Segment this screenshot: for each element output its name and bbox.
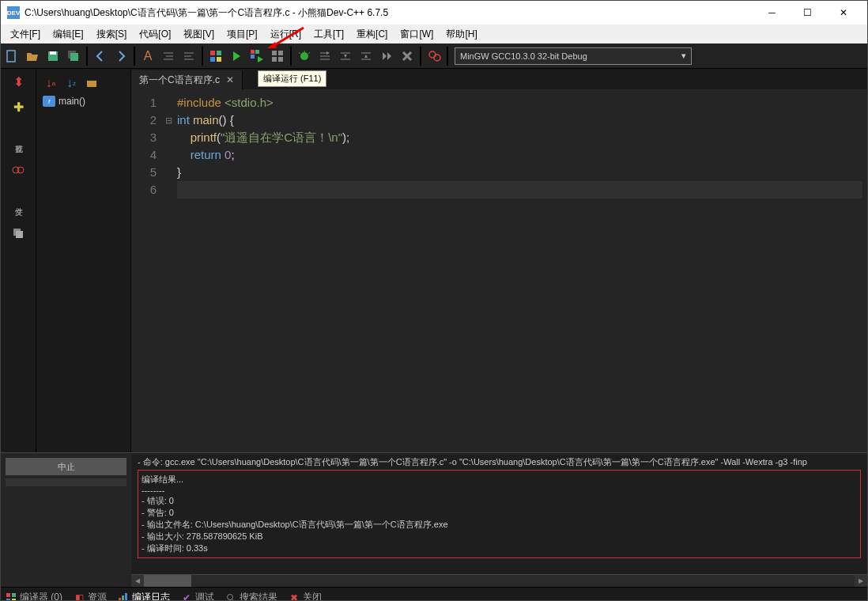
compile-log[interactable]: - 命令: gcc.exe "C:\Users\huang\Desktop\C语… bbox=[131, 453, 867, 587]
add-icon[interactable]: ✚ bbox=[9, 97, 28, 116]
svg-rect-43 bbox=[6, 593, 10, 597]
minimize-button[interactable]: ─ bbox=[754, 2, 790, 24]
menu-item[interactable]: 窗口[W] bbox=[394, 25, 440, 43]
bottom-tab-debug[interactable]: ✔调试 bbox=[181, 591, 214, 601]
code-editor[interactable]: 123456 ⊟ #include <stdio.h>int main() { … bbox=[131, 89, 867, 452]
save-button[interactable] bbox=[43, 47, 62, 66]
editor-tab[interactable]: 第一个C语言程序.c ✕ bbox=[131, 70, 243, 89]
step-into-button[interactable] bbox=[336, 47, 355, 66]
svg-rect-44 bbox=[12, 593, 16, 597]
result-output-size: - 输出大小: 278.587890625 KiB bbox=[142, 531, 857, 542]
menu-item[interactable]: 运行[R] bbox=[264, 25, 308, 43]
compile-run-button[interactable] bbox=[247, 47, 266, 66]
svg-rect-48 bbox=[122, 595, 124, 602]
maximize-button[interactable]: ☐ bbox=[790, 2, 825, 24]
menu-item[interactable]: 搜索[S] bbox=[90, 25, 134, 43]
svg-line-25 bbox=[308, 52, 310, 54]
menu-bar: 文件[F]编辑[E]搜索[S]代码[O]视图[V]项目[P]运行[R]工具[T]… bbox=[1, 25, 867, 43]
debug-button[interactable] bbox=[295, 47, 314, 66]
output-panel: 中止 - 命令: gcc.exe "C:\Users\huang\Desktop… bbox=[1, 452, 867, 587]
svg-rect-13 bbox=[210, 57, 215, 62]
side-toolbar: ⬍ ✚ 监视 文件 bbox=[1, 69, 36, 452]
svg-rect-18 bbox=[272, 51, 277, 55]
find-button[interactable] bbox=[425, 47, 443, 66]
back-button[interactable] bbox=[91, 47, 110, 66]
close-button[interactable]: ✕ bbox=[825, 2, 861, 24]
menu-item[interactable]: 文件[F] bbox=[4, 25, 47, 43]
stop-compile-button[interactable]: 中止 bbox=[6, 458, 126, 475]
step-out-button[interactable] bbox=[357, 47, 376, 66]
bottom-tab-compiler[interactable]: 编译器 (0) bbox=[6, 591, 62, 601]
refresh-tree-icon[interactable] bbox=[84, 75, 100, 91]
menu-item[interactable]: 项目[P] bbox=[221, 25, 264, 43]
progress-bar bbox=[6, 478, 126, 486]
bottom-tab-resource[interactable]: ◧资源 bbox=[74, 591, 107, 601]
menu-item[interactable]: 视图[V] bbox=[177, 25, 221, 43]
sort-desc-icon[interactable]: ↓a bbox=[43, 75, 58, 91]
tree-main-label: main() bbox=[58, 96, 85, 107]
svg-rect-40 bbox=[16, 231, 23, 238]
rebuild-button[interactable] bbox=[268, 47, 287, 66]
scroll-right-icon[interactable]: ▶ bbox=[855, 575, 867, 587]
bottom-tab-search[interactable]: 搜索结果 bbox=[225, 591, 277, 601]
horizontal-scrollbar[interactable]: ◀ ▶ bbox=[131, 574, 867, 587]
close-tab-icon[interactable]: ✕ bbox=[226, 74, 234, 85]
result-output-file: - 输出文件名: C:\Users\huang\Desktop\C语言代码\第一… bbox=[142, 519, 857, 531]
grid-icon bbox=[6, 592, 17, 602]
stop-debug-button[interactable] bbox=[398, 47, 417, 66]
continue-button[interactable] bbox=[377, 47, 396, 66]
sort-asc-icon[interactable]: ↓z bbox=[63, 75, 79, 91]
fold-column: ⊟ bbox=[163, 89, 174, 452]
side-tab-watch[interactable]: 监视 bbox=[11, 123, 25, 154]
unindent-button[interactable] bbox=[179, 47, 198, 66]
new-file-button[interactable] bbox=[2, 47, 21, 66]
svg-rect-0 bbox=[7, 51, 15, 62]
tooltip: 编译运行 (F11) bbox=[258, 70, 326, 87]
indent-button[interactable] bbox=[159, 47, 178, 66]
compiler-selector[interactable]: MinGW GCC10.3.0 32-bit Debug ▾ bbox=[455, 47, 692, 65]
menu-item[interactable]: 代码[O] bbox=[133, 25, 177, 43]
svg-rect-4 bbox=[70, 53, 78, 61]
editor-tab-strip: 第一个C语言程序.c ✕ 编译运行 (F11) bbox=[131, 69, 867, 89]
bottom-tab-close[interactable]: ✖关闭 bbox=[289, 591, 322, 601]
run-button[interactable] bbox=[227, 47, 246, 66]
bookmark-icon[interactable] bbox=[9, 161, 28, 180]
close-icon: ✖ bbox=[289, 592, 300, 602]
open-file-button[interactable] bbox=[23, 47, 42, 66]
svg-rect-2 bbox=[50, 51, 56, 55]
copy-icon[interactable] bbox=[9, 224, 28, 243]
menu-item[interactable]: 帮助[H] bbox=[440, 25, 483, 43]
toggle-panel-icon[interactable]: ⬍ bbox=[9, 72, 28, 91]
format-button[interactable]: A bbox=[138, 47, 157, 66]
code-content[interactable]: #include <stdio.h>int main() { printf("逍… bbox=[174, 89, 867, 452]
svg-rect-46 bbox=[12, 599, 16, 602]
tree-item-main[interactable]: f main() bbox=[40, 94, 127, 108]
compile-button[interactable] bbox=[206, 47, 225, 66]
menu-item[interactable]: 工具[T] bbox=[308, 25, 350, 43]
resource-icon: ◧ bbox=[74, 592, 85, 602]
scrollbar-thumb[interactable] bbox=[144, 575, 191, 587]
editor-area: 第一个C语言程序.c ✕ 编译运行 (F11) 123456 ⊟ #includ… bbox=[131, 69, 867, 452]
app-icon: DEV bbox=[7, 6, 20, 19]
step-over-button[interactable] bbox=[315, 47, 334, 66]
scroll-left-icon[interactable]: ◀ bbox=[131, 575, 144, 587]
svg-line-24 bbox=[299, 52, 300, 54]
search-icon bbox=[225, 592, 236, 602]
result-errors: - 错误: 0 bbox=[142, 495, 857, 507]
svg-rect-49 bbox=[125, 593, 127, 602]
svg-rect-45 bbox=[6, 599, 10, 602]
menu-item[interactable]: 编辑[E] bbox=[47, 25, 90, 43]
forward-button[interactable] bbox=[111, 47, 130, 66]
save-all-button[interactable] bbox=[64, 47, 83, 66]
menu-item[interactable]: 重构[C] bbox=[350, 25, 394, 43]
project-tree-panel: ↓a ↓z f main() bbox=[36, 69, 131, 452]
svg-rect-47 bbox=[119, 598, 121, 602]
svg-rect-11 bbox=[210, 51, 215, 55]
result-dashes: -------- bbox=[142, 486, 857, 495]
svg-rect-12 bbox=[217, 51, 221, 55]
window-titlebar: DEV C:\Users\huang\Desktop\C语言代码\第一篇\第一个… bbox=[1, 1, 867, 25]
result-header: 编译结果... bbox=[142, 474, 857, 486]
side-tab-files[interactable]: 文件 bbox=[11, 186, 25, 217]
bottom-tab-log[interactable]: 编译日志 bbox=[118, 591, 170, 601]
svg-rect-17 bbox=[251, 55, 255, 59]
